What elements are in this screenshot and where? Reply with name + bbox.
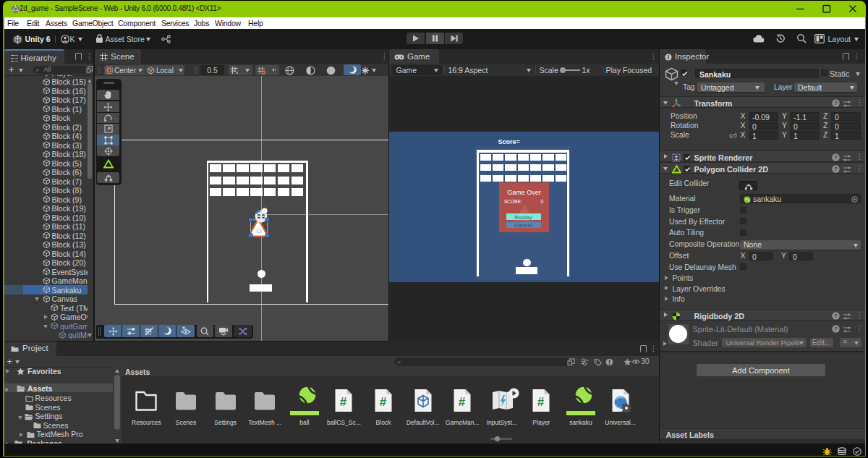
svg-text:#: # [340, 395, 347, 409]
svg-text:?: ? [834, 326, 838, 332]
svg-text:#: # [537, 395, 545, 409]
svg-text:?: ? [834, 166, 838, 172]
svg-text:?: ? [834, 154, 838, 161]
svg-text:?: ? [834, 100, 838, 106]
svg-text:#: # [380, 395, 387, 409]
svg-text:?: ? [834, 313, 838, 319]
svg-text:#: # [459, 395, 466, 409]
